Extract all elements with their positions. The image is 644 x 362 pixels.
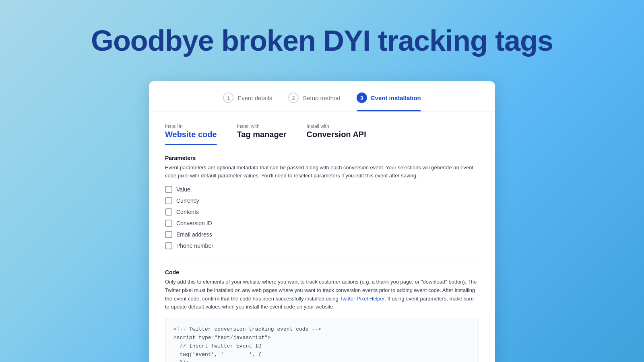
step-3[interactable]: 3 Event installation <box>357 93 421 111</box>
tab-api-label: Install with <box>307 123 366 129</box>
checkbox-phone[interactable]: Phone number <box>165 242 479 249</box>
code-line-3: // Insert Twitter Event ID <box>173 342 471 351</box>
tab-tagmanager-label: Install with <box>237 123 287 129</box>
code-desc: Only add this to elements of your websit… <box>165 278 479 311</box>
tab-website-label: Install in <box>165 123 217 129</box>
code-line-2: <script type="text/javascript"> <box>173 334 471 342</box>
step-1-circle: 1 <box>223 93 233 103</box>
checkbox-value-label: Value <box>176 186 190 193</box>
checkbox-email-label: Email address <box>176 231 212 238</box>
parameters-desc: Event parameters are optional metadata t… <box>165 164 479 179</box>
install-tabs: Install in Website code Install with Tag… <box>165 123 479 145</box>
card-body: Install in Website code Install with Tag… <box>149 111 495 362</box>
checkbox-contents-box <box>165 208 172 216</box>
checkbox-value-box <box>165 186 172 193</box>
tab-website-title: Website code <box>165 130 217 139</box>
tab-tagmanager[interactable]: Install with Tag manager <box>237 123 287 145</box>
code-line-1: <!-- Twitter conversion tracking event c… <box>173 325 471 334</box>
code-line-4: twq('event', ' ', { <box>173 351 471 359</box>
checkbox-contents-label: Contents <box>176 209 199 215</box>
step-1[interactable]: 1 Event details <box>223 93 272 111</box>
step-2-circle: 2 <box>288 93 299 103</box>
step-1-label: Event details <box>237 95 272 101</box>
checkbox-phone-label: Phone number <box>176 243 213 249</box>
section-divider <box>165 261 479 261</box>
code-block: <!-- Twitter conversion tracking event c… <box>165 318 479 362</box>
step-3-label: Event installation <box>371 95 421 101</box>
checkbox-currency[interactable]: Currency <box>165 197 479 204</box>
step-3-circle: 3 <box>357 93 367 103</box>
headline: Goodbye broken DYI tracking tags <box>91 24 553 57</box>
tab-api-title: Conversion API <box>307 130 366 139</box>
checkbox-phone-box <box>165 242 172 249</box>
step-2[interactable]: 2 Setup method <box>288 93 340 111</box>
checkbox-conversion-id[interactable]: Conversion ID <box>165 220 479 227</box>
checkbox-conversion-id-box <box>165 220 172 227</box>
checkbox-email-box <box>165 231 172 238</box>
parameters-checkboxes: Value Currency Contents Conversion ID Em… <box>165 186 479 249</box>
tab-tagmanager-title: Tag manager <box>237 130 287 139</box>
tab-api[interactable]: Install with Conversion API <box>307 123 366 145</box>
checkbox-value[interactable]: Value <box>165 186 479 193</box>
checkbox-currency-box <box>165 197 172 204</box>
checkbox-conversion-id-label: Conversion ID <box>176 220 212 226</box>
code-title: Code <box>165 269 479 276</box>
tab-website[interactable]: Install in Website code <box>165 123 217 145</box>
parameters-title: Parameters <box>165 155 479 161</box>
step-2-label: Setup method <box>303 95 340 101</box>
checkbox-contents[interactable]: Contents <box>165 208 479 216</box>
code-line-5: }); <box>173 359 471 362</box>
steps-header: 1 Event details 2 Setup method 3 Event i… <box>149 81 495 111</box>
main-card: 1 Event details 2 Setup method 3 Event i… <box>149 81 495 362</box>
checkbox-currency-label: Currency <box>176 197 199 204</box>
pixel-helper-link[interactable]: Twitter Pixel Helper <box>340 296 384 302</box>
checkbox-email[interactable]: Email address <box>165 231 479 238</box>
